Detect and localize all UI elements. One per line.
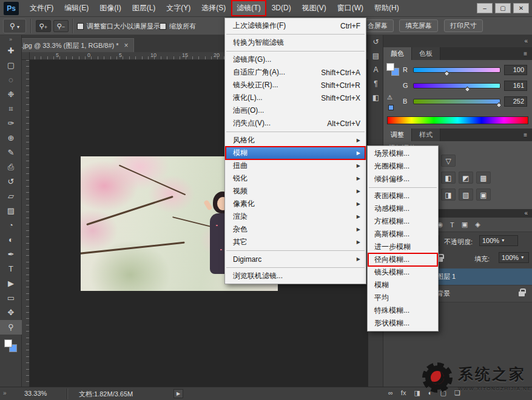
zoom-tool-badge[interactable]: ⚲ ▾ (3, 19, 26, 33)
filter-menu-item-17[interactable]: 渲染▶ (225, 210, 366, 223)
slider-thumb[interactable] (465, 86, 471, 92)
channel-value-B[interactable]: 252 (504, 96, 527, 107)
minimize-button[interactable]: – (477, 3, 493, 13)
collapse-panels-icon[interactable]: « (524, 38, 528, 44)
panel-menu-icon[interactable]: ≡ (519, 128, 532, 141)
gradient-map-icon[interactable]: ▧ (459, 188, 473, 201)
status-menu-arrow[interactable]: ▶ (173, 389, 183, 398)
status-collapse-icon[interactable]: » (3, 390, 7, 396)
filter-menu-item-14[interactable]: 锐化▶ (225, 172, 366, 185)
menubar-item-3[interactable]: 图层(L) (127, 0, 161, 16)
filter-menu-item-19[interactable]: 其它▶ (225, 236, 366, 248)
menubar-item-4[interactable]: 文字(Y) (161, 0, 196, 16)
zoom-out-button[interactable]: ⚲₋ (53, 20, 69, 32)
foreground-color-swatch[interactable] (4, 339, 12, 347)
menubar-item-10[interactable]: 帮助(H) (369, 0, 405, 16)
brush-tool[interactable]: ✎ (0, 145, 22, 160)
channel-slider-R[interactable] (413, 67, 500, 73)
gamut-cube-icon[interactable] (388, 105, 394, 110)
channel-value-G[interactable]: 161 (504, 81, 527, 91)
photo-filter-icon[interactable]: ◩ (459, 172, 473, 184)
filter-shape-layers-icon[interactable]: ▣ (462, 221, 468, 228)
history-panel-icon[interactable]: ↺ (368, 35, 383, 49)
zoom-in-button[interactable]: ⚲₊ (36, 20, 51, 32)
close-button[interactable]: ✕ (513, 3, 529, 13)
blur-submenu-item-11[interactable]: 模糊 (368, 279, 438, 292)
blur-submenu-item-5[interactable]: 动感模糊... (368, 202, 438, 215)
character-panel-icon[interactable]: A (368, 63, 383, 77)
panel-foreground-swatch[interactable] (386, 63, 394, 71)
filter-menu-item-7[interactable]: 液化(L)...Shift+Ctrl+X (225, 92, 366, 104)
filter-menu-item-21[interactable]: Digimarc▶ (225, 253, 366, 265)
blur-submenu-item-14[interactable]: 形状模糊... (368, 317, 438, 330)
eraser-tool[interactable]: ▱ (0, 189, 22, 204)
channel-value-R[interactable]: 100 (504, 65, 527, 75)
filter-menu-item-4[interactable]: 滤镜库(G)... (225, 53, 366, 66)
menubar-item-9[interactable]: 窗口(W) (332, 0, 369, 16)
exposure-icon[interactable]: ▽ (441, 155, 456, 167)
blur-submenu-item-8[interactable]: 进一步模糊 (368, 241, 438, 253)
move-tool[interactable]: ✚ (0, 44, 22, 58)
hand-tool[interactable]: ✥ (0, 305, 22, 320)
filter-menu-item-5[interactable]: 自适应广角(A)...Shift+Ctrl+A (225, 66, 366, 79)
clone-stamp-tool[interactable]: ⎙ (0, 160, 22, 175)
history-brush-tool[interactable]: ↺ (0, 175, 22, 189)
menubar-item-0[interactable]: 文件(F) (24, 0, 59, 16)
blur-submenu-item-0[interactable]: 场景模糊... (368, 147, 438, 160)
blur-submenu-item-radial-blur[interactable]: 径向模糊... (368, 253, 438, 266)
lasso-tool[interactable]: ◌ (0, 73, 22, 87)
paragraph-panel-icon[interactable]: ¶ (368, 77, 383, 91)
filter-menu-item-2[interactable]: 转换为智能滤镜 (225, 36, 366, 49)
fill-screen-button[interactable]: 填充屏幕 (399, 19, 438, 32)
eyedropper-tool[interactable]: ✑ (0, 116, 22, 131)
filter-menu-item-18[interactable]: 杂色▶ (225, 223, 366, 236)
filter-menu-item-11[interactable]: 风格化▶ (225, 134, 366, 147)
color-panel-tab-1[interactable]: 色板 (412, 47, 440, 60)
maximize-button[interactable]: ▢ (495, 3, 511, 13)
filter-menu-item-23[interactable]: 浏览联机滤镜... (225, 270, 366, 282)
filter-menu-item-9[interactable]: 消失点(V)...Alt+Ctrl+V (225, 117, 366, 130)
status-zoom-level[interactable]: 33.33% (24, 390, 47, 397)
pen-tool[interactable]: ✒ (0, 247, 22, 262)
layer-style-icon[interactable]: fx (401, 389, 406, 397)
channel-mixer-icon[interactable]: ▩ (476, 172, 491, 184)
toolbar-collapse-icon[interactable]: » (0, 35, 21, 44)
adjustments-panel-tab-1[interactable]: 样式 (412, 128, 440, 141)
dodge-tool[interactable]: ◐ (0, 233, 22, 247)
document-tab[interactable]: 00.jpg @ 33.3% (图层 1, RGB/8#) * × (8, 38, 134, 52)
black-white-icon[interactable]: ◧ (441, 172, 456, 184)
type-tool[interactable]: T (0, 262, 22, 276)
filter-smart-objects-icon[interactable]: ◈ (475, 221, 480, 228)
properties-panel-icon[interactable]: ▤ (368, 49, 383, 63)
collapse-panels-icon[interactable]: « (524, 210, 528, 216)
slider-thumb[interactable] (444, 70, 450, 76)
adjustments-panel-tab-0[interactable]: 调整 (383, 128, 412, 141)
selective-color-icon[interactable]: ▣ (476, 188, 491, 201)
menubar-item-6[interactable]: 滤镜(T) (231, 0, 266, 16)
quick-selection-tool[interactable]: ❉ (0, 87, 22, 102)
menubar-item-2[interactable]: 图像(I) (94, 0, 126, 16)
filter-menu-item-blur[interactable]: 模糊▶ (225, 147, 366, 159)
blur-submenu-item-4[interactable]: 表面模糊... (368, 190, 438, 202)
blur-submenu-item-7[interactable]: 高斯模糊... (368, 228, 438, 241)
zoom-all-checkbox[interactable] (160, 23, 166, 30)
link-layers-icon[interactable]: ∞ (388, 389, 393, 397)
threshold-icon[interactable]: ◨ (441, 188, 456, 201)
menubar-item-5[interactable]: 选择(S) (196, 0, 231, 16)
info-panel-icon[interactable]: ◧ (368, 91, 383, 105)
blur-submenu-item-12[interactable]: 平均 (368, 292, 438, 304)
gradient-tool[interactable]: ▨ (0, 204, 22, 218)
menubar-item-8[interactable]: 视图(V) (297, 0, 332, 16)
filter-menu-item-0[interactable]: 上次滤镜操作(F)Ctrl+F (225, 19, 366, 32)
print-size-button[interactable]: 打印尺寸 (444, 19, 483, 32)
filter-menu-item-6[interactable]: 镜头校正(R)...Shift+Ctrl+R (225, 79, 366, 92)
filter-menu-item-8[interactable]: 油画(O)... (225, 104, 366, 117)
filter-menu-item-13[interactable]: 扭曲▶ (225, 159, 366, 172)
crop-tool[interactable]: ⌗ (0, 102, 22, 116)
color-spectrum-bar[interactable] (387, 116, 528, 124)
slider-thumb[interactable] (496, 102, 502, 108)
zoom-tool[interactable]: ⚲ (0, 320, 22, 335)
menubar-item-7[interactable]: 3D(D) (266, 0, 297, 16)
healing-brush-tool[interactable]: ⊕ (0, 131, 22, 145)
opacity-value[interactable]: 100% ▾ (479, 235, 518, 246)
